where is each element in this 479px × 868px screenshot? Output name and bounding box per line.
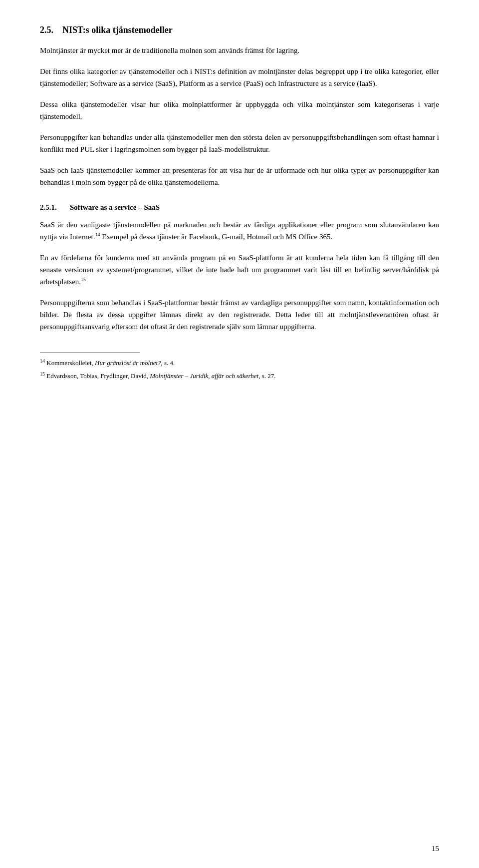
footnote-14-number: 14 [40,358,45,364]
paragraph-4: Personuppgifter kan behandlas under alla… [40,131,439,155]
section-heading: 2.5. NIST:s olika tjänstemodeller [40,25,439,35]
footnote-15: 15 Edvardsson, Tobias, Frydlinger, David… [40,371,439,381]
footnote-15-italic: Molntjänster – Juridik, affär och säkerh… [150,372,258,380]
footnote-15-after: , s. 27. [258,372,275,380]
footnote-15-text: Edvardsson, Tobias, Frydlinger, David, [46,372,150,380]
footnote-14-text: Kommerskolleiet, [46,359,95,367]
footnote-15-number: 15 [40,371,45,376]
page: 2.5. NIST:s olika tjänstemodeller Molntj… [0,0,479,868]
subsection-paragraph-1: SaaS är den vanligaste tjänstemodellen p… [40,219,439,243]
subsection-paragraph-1-continuation: Exempel på dessa tjänster är Facebook, G… [100,233,332,241]
footnote-ref-15: 15 [81,277,86,282]
paragraph-3: Dessa olika tjänstemodeller visar hur ol… [40,98,439,122]
page-number: 15 [432,845,439,853]
footnote-divider [40,353,140,353]
footnote-14-after: , s. 4. [161,359,175,367]
subsection-paragraph-2: En av fördelarna för kunderna med att an… [40,252,439,288]
subsection-title: Software as a service – SaaS [70,203,160,212]
paragraph-5: SaaS och IaaS tjänstemodeller kommer att… [40,164,439,188]
footnote-ref-14: 14 [95,232,100,237]
subsection-paragraph-2-text: En av fördelarna för kunderna med att an… [40,254,439,286]
footnote-14-italic: Hur gränslöst är molnet? [95,359,161,367]
subsection-number: 2.5.1. [40,203,70,212]
subsection-paragraph-3: Personuppgifterna som behandlas i SaaS-p… [40,297,439,333]
paragraph-1: Molntjänster är mycket mer är de traditi… [40,44,439,56]
subsection-heading-row: 2.5.1. Software as a service – SaaS [40,203,439,212]
footnote-14: 14 Kommerskolleiet, Hur gränslöst är mol… [40,358,439,368]
paragraph-2: Det finns olika kategorier av tjänstemod… [40,65,439,89]
